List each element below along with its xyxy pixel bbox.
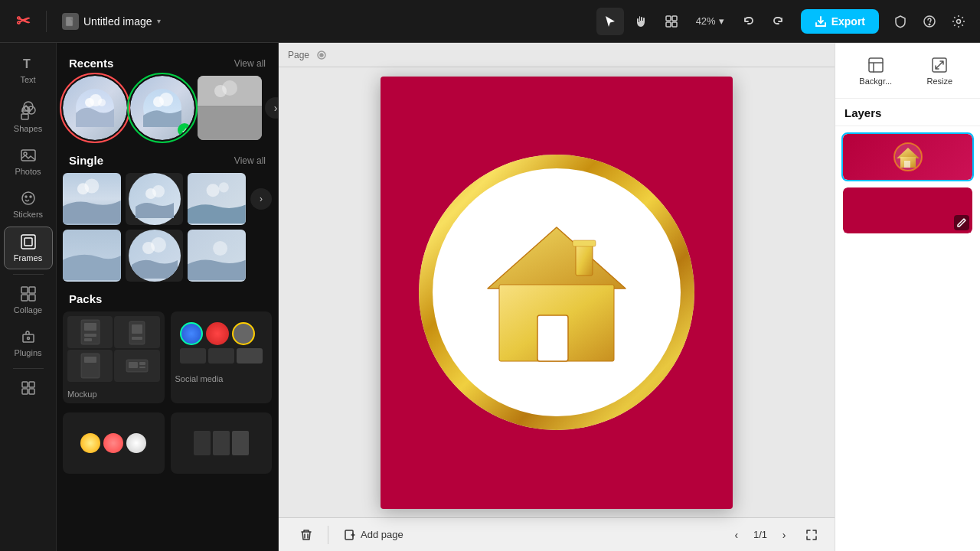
svg-point-45 (222, 80, 237, 96)
recents-scroll-arrow[interactable]: › (265, 97, 279, 119)
canvas-top-bar: Page (279, 43, 835, 67)
svg-point-71 (320, 54, 323, 57)
select-tool-button[interactable] (596, 8, 624, 35)
undo-button[interactable] (735, 8, 763, 35)
pack-mockup[interactable]: Mockup (63, 311, 165, 403)
delete-page-button[interactable] (291, 524, 322, 546)
resize-label: Resize (926, 77, 952, 86)
settings-icon-button[interactable] (946, 9, 971, 34)
sidebar-item-plugins[interactable]: Plugins (4, 322, 53, 364)
svg-point-51 (207, 184, 220, 197)
background-tool[interactable]: Backgr... (846, 49, 906, 92)
export-button[interactable]: Export (801, 9, 879, 34)
social-rect-2 (208, 348, 234, 364)
pack-cell-3 (67, 350, 113, 382)
recent-item-1[interactable] (63, 76, 127, 140)
circle-yellow (80, 433, 100, 453)
pack-bottom-1[interactable] (63, 412, 165, 474)
rect-dark-1 (194, 431, 211, 455)
add-page-button[interactable]: Add page (335, 524, 413, 546)
svg-rect-30 (29, 382, 34, 387)
next-page-button[interactable]: › (773, 524, 795, 546)
resize-tool[interactable]: Resize (910, 49, 970, 92)
svg-rect-42 (198, 106, 262, 140)
file-name-area[interactable]: Untitled image ▾ (56, 10, 167, 33)
single-item-5[interactable] (126, 230, 184, 282)
single-item-3[interactable] (188, 173, 246, 225)
fullscreen-button[interactable] (801, 524, 822, 546)
pack-cell-4 (114, 350, 159, 382)
svg-rect-13 (21, 114, 28, 119)
single-item-1[interactable] (63, 173, 121, 225)
layout-tool-button[interactable] (658, 8, 685, 35)
pack-bottom-inner-2 (171, 412, 273, 474)
recent-item-2[interactable]: ✓ (130, 76, 194, 140)
recents-header: Recents View all (57, 52, 278, 76)
single-scroll-arrow[interactable]: › (250, 188, 272, 210)
resize-icon (931, 57, 948, 73)
svg-rect-83 (904, 161, 910, 168)
redo-button[interactable] (764, 8, 792, 35)
svg-rect-60 (84, 338, 92, 341)
rect-dark-3 (232, 431, 249, 455)
prev-page-button[interactable]: ‹ (726, 524, 747, 546)
recent-item-3[interactable] (198, 76, 262, 140)
sidebar-item-text[interactable]: T Text (4, 49, 53, 90)
fullscreen-icon (806, 530, 817, 540)
single-header: Single View all (57, 149, 278, 173)
page-settings-icon (315, 49, 328, 61)
svg-point-7 (957, 19, 961, 23)
pack-cell-2 (114, 316, 159, 348)
svg-rect-24 (29, 287, 35, 293)
app-logo[interactable]: ✂ (9, 8, 37, 35)
svg-rect-74 (573, 240, 596, 246)
svg-point-36 (98, 99, 106, 106)
shield-icon-button[interactable] (888, 9, 913, 34)
packs-title: Packs (69, 292, 102, 305)
svg-point-47 (84, 179, 99, 194)
pack-bottom-2[interactable] (171, 412, 273, 474)
sidebar-item-more[interactable] (4, 373, 53, 403)
sidebar-item-frames[interactable]: Frames (4, 227, 53, 269)
social-circle-1 (180, 322, 203, 345)
add-page-icon (344, 529, 356, 541)
more-icon (20, 380, 37, 396)
layer-bg-thumbnail (843, 187, 972, 233)
house-svg (472, 208, 641, 377)
collage-icon (20, 285, 37, 302)
right-panel-tools: Backgr... Resize (835, 43, 980, 99)
recent-img-1 (63, 76, 127, 140)
sidebar-item-shapes[interactable]: Shapes (4, 92, 53, 139)
layers-title: Layers (835, 99, 980, 126)
single-item-4[interactable] (63, 230, 121, 282)
single-item-6[interactable] (188, 230, 246, 282)
hand-tool-button[interactable] (627, 8, 655, 35)
canvas-container[interactable] (279, 67, 835, 517)
single-item-2[interactable] (126, 173, 184, 225)
svg-point-6 (929, 24, 930, 25)
circle-white (126, 433, 146, 453)
help-icon-button[interactable] (917, 9, 942, 34)
svg-text:T: T (23, 57, 31, 70)
layer-item-bg[interactable] (841, 186, 974, 235)
social-circle-3 (232, 322, 255, 345)
sidebar-item-photos[interactable]: Photos (4, 141, 53, 182)
layer-item-house[interactable] (841, 132, 974, 181)
svg-rect-68 (139, 362, 145, 365)
sidebar-item-text-label: Text (20, 75, 35, 84)
recents-view-all[interactable]: View all (234, 58, 266, 69)
svg-point-52 (219, 182, 229, 192)
sidebar-item-collage[interactable]: Collage (4, 279, 53, 321)
svg-rect-4 (672, 22, 677, 27)
right-panel: Backgr... Resize Layers (835, 43, 980, 551)
single-view-all[interactable]: View all (234, 155, 266, 166)
zoom-button[interactable]: 42% ▾ (688, 12, 732, 30)
social-circles (175, 318, 268, 347)
sidebar-item-stickers[interactable]: Stickers (4, 184, 53, 225)
recents-title: Recents (69, 57, 113, 70)
pack-social-media[interactable]: Social media (171, 311, 273, 403)
right-tools-grid: Backgr... Resize (841, 49, 974, 92)
svg-point-56 (213, 241, 227, 256)
sidebar-divider (13, 274, 44, 275)
canvas-bottom-bar: Add page ‹ 1/1 › (279, 517, 835, 551)
